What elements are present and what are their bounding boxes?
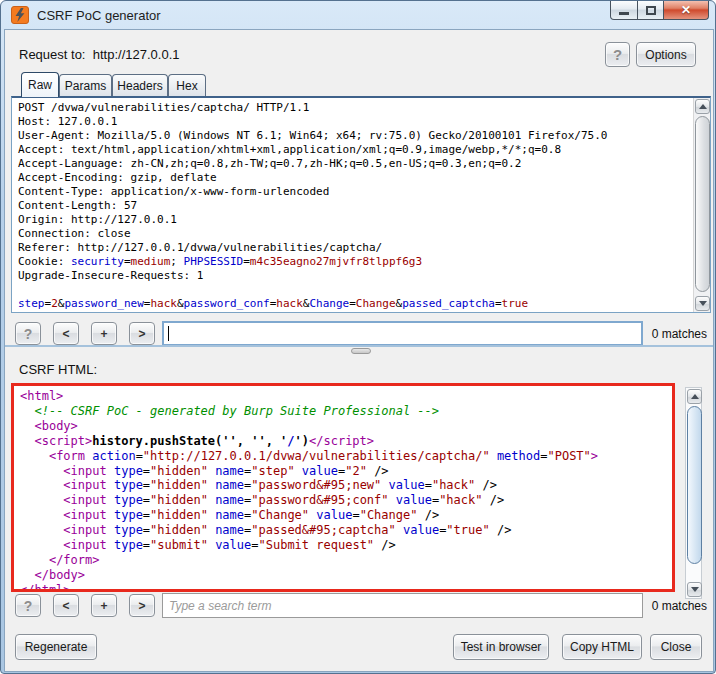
- text-caret: [168, 326, 169, 341]
- csrf-html-label: CSRF HTML:: [19, 362, 97, 377]
- arrow-down-icon: [691, 587, 699, 592]
- code-line: Origin: http://127.0.0.1: [18, 213, 687, 227]
- code-line: Connection: close: [18, 227, 687, 241]
- chevron-right-icon: >: [138, 327, 145, 341]
- code-line: Accept-Language: zh-CN,zh;q=0.8,zh-TW;q=…: [18, 157, 687, 171]
- search-matches-bottom: 0 matches: [645, 599, 707, 613]
- search-input-top[interactable]: [162, 321, 643, 346]
- scroll-thumb[interactable]: [695, 116, 710, 292]
- search-add-button-bottom[interactable]: +: [91, 594, 117, 617]
- help-icon: ?: [613, 46, 622, 63]
- tab-raw[interactable]: Raw: [21, 72, 59, 97]
- regenerate-button[interactable]: Regenerate: [15, 634, 97, 660]
- code-line: Cookie: security=medium; PHPSESSID=m4c35…: [18, 255, 687, 269]
- csrf-html-editor[interactable]: <html> <!-- CSRF PoC - generated by Burp…: [14, 386, 672, 589]
- copy-html-label: Copy HTML: [570, 640, 634, 654]
- code-line: Content-Type: application/x-www-form-url…: [18, 185, 687, 199]
- request-scrollbar[interactable]: [693, 98, 710, 312]
- code-line: Accept-Encoding: gzip, deflate: [18, 171, 687, 185]
- arrow-up-icon: [691, 394, 699, 399]
- tab-params-label: Params: [65, 79, 106, 93]
- code-line: <input type="hidden" name="Change" value…: [20, 508, 666, 523]
- search-add-button-top[interactable]: +: [91, 322, 117, 345]
- code-line: <form action="http://127.0.0.1/dvwa/vuln…: [20, 449, 666, 464]
- code-line: <input type="hidden" name="password&#95;…: [20, 478, 666, 493]
- options-button[interactable]: Options: [636, 42, 696, 67]
- close-button[interactable]: Close: [650, 634, 702, 660]
- window-title: CSRF PoC generator: [37, 8, 161, 23]
- plus-icon: +: [100, 599, 107, 613]
- code-line: Content-Length: 57: [18, 199, 687, 213]
- request-to-url: http://127.0.0.1: [93, 47, 180, 62]
- search-prev-button-top[interactable]: <: [53, 322, 79, 345]
- minimize-icon: [619, 12, 629, 15]
- burp-suite-icon: [11, 6, 29, 24]
- search-prev-button-bottom[interactable]: <: [53, 594, 79, 617]
- close-label: Close: [661, 640, 692, 654]
- tab-headers[interactable]: Headers: [112, 74, 168, 97]
- tab-hex[interactable]: Hex: [168, 74, 206, 97]
- chevron-left-icon: <: [62, 599, 69, 613]
- search-help-button-bottom[interactable]: ?: [15, 594, 41, 617]
- tab-raw-label: Raw: [28, 78, 52, 92]
- code-line: Upgrade-Insecure-Requests: 1: [18, 269, 687, 283]
- minimize-button[interactable]: [610, 1, 638, 20]
- code-line: <input type="hidden" name="passed&#95;ca…: [20, 523, 666, 538]
- search-help-button-top[interactable]: ?: [15, 322, 41, 345]
- maximize-button[interactable]: [637, 1, 664, 20]
- help-button[interactable]: ?: [605, 42, 630, 67]
- code-line: [18, 283, 687, 297]
- tab-headers-label: Headers: [117, 79, 162, 93]
- scroll-down-button[interactable]: [695, 296, 710, 311]
- code-line: <body>: [20, 419, 666, 434]
- scroll-up-button[interactable]: [687, 389, 702, 404]
- options-button-label: Options: [645, 48, 686, 62]
- close-window-button[interactable]: ✕: [663, 1, 709, 20]
- csrf-html-highlight-box: <html> <!-- CSRF PoC - generated by Burp…: [11, 383, 675, 592]
- code-line: step=2&password_new=hack&password_conf=h…: [18, 297, 687, 311]
- code-line: <!-- CSRF PoC - generated by Burp Suite …: [20, 404, 666, 419]
- code-line: <script>history.pushState('', '', '/')</…: [20, 434, 666, 449]
- close-icon: ✕: [681, 4, 691, 16]
- code-line: <input type="hidden" name="step" value="…: [20, 464, 666, 479]
- test-in-browser-label: Test in browser: [461, 640, 542, 654]
- tab-hex-label: Hex: [176, 79, 197, 93]
- csrf-scrollbar[interactable]: [685, 387, 702, 599]
- tab-params[interactable]: Params: [59, 74, 112, 97]
- search-next-button-top[interactable]: >: [129, 322, 155, 345]
- code-line: <input type="submit" value="Submit reque…: [20, 538, 666, 553]
- arrow-up-icon: [699, 104, 707, 109]
- help-icon: ?: [24, 326, 33, 342]
- arrow-down-icon: [699, 301, 707, 306]
- copy-html-button[interactable]: Copy HTML: [562, 634, 642, 660]
- request-editor[interactable]: POST /dvwa/vulnerabilities/captcha/ HTTP…: [12, 98, 693, 312]
- splitter-grip[interactable]: [351, 348, 371, 354]
- chevron-left-icon: <: [62, 327, 69, 341]
- maximize-icon: [646, 6, 656, 15]
- code-line: <html>: [20, 389, 666, 404]
- code-line: User-Agent: Mozilla/5.0 (Windows NT 6.1;…: [18, 129, 687, 143]
- code-line: Accept: text/html,application/xhtml+xml,…: [18, 143, 687, 157]
- window-controls: ✕: [611, 1, 709, 20]
- request-to-label: Request to:: [19, 47, 86, 62]
- regenerate-label: Regenerate: [25, 640, 88, 654]
- request-to-text: Request to: http://127.0.0.1: [19, 47, 179, 62]
- code-line: Host: 127.0.0.1: [18, 115, 687, 129]
- search-next-button-bottom[interactable]: >: [129, 594, 155, 617]
- titlebar[interactable]: CSRF PoC generator ✕: [1, 1, 716, 29]
- code-line: </body>: [20, 568, 666, 583]
- plus-icon: +: [100, 327, 107, 341]
- code-line: Referer: http://127.0.0.1/dvwa/vulnerabi…: [18, 241, 687, 255]
- request-panel: POST /dvwa/vulnerabilities/captcha/ HTTP…: [11, 96, 711, 313]
- scroll-up-button[interactable]: [695, 99, 710, 114]
- code-line: <input type="hidden" name="password&#95;…: [20, 493, 666, 508]
- chevron-right-icon: >: [138, 599, 145, 613]
- code-line: </form>: [20, 553, 666, 568]
- search-input-bottom[interactable]: [162, 593, 643, 618]
- scroll-down-button[interactable]: [687, 582, 702, 597]
- scroll-thumb[interactable]: [687, 406, 702, 564]
- lightning-glyph: [12, 7, 28, 23]
- search-matches-top: 0 matches: [645, 327, 707, 341]
- code-line: POST /dvwa/vulnerabilities/captcha/ HTTP…: [18, 101, 687, 115]
- test-in-browser-button[interactable]: Test in browser: [453, 634, 549, 660]
